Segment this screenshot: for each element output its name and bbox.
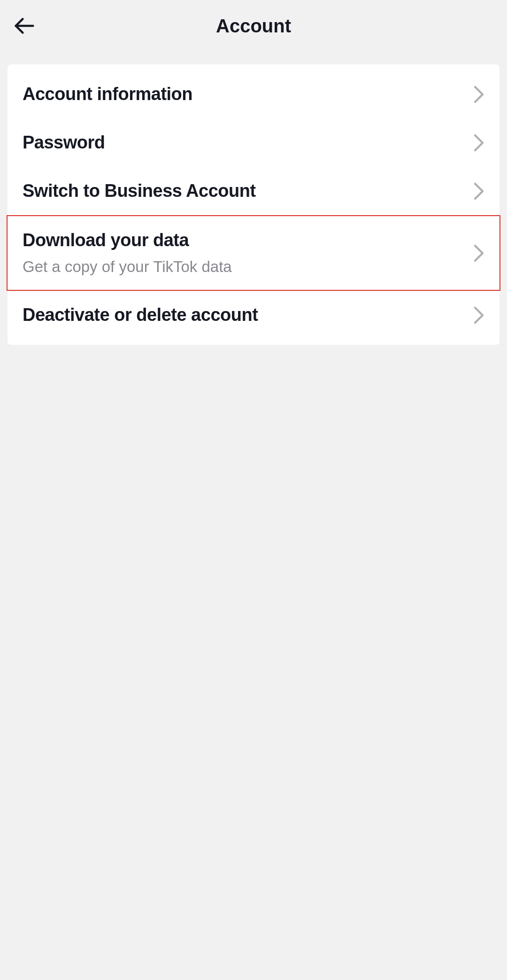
list-item-content: Password [23,132,105,153]
list-item-content: Account information [23,84,192,104]
chevron-right-icon [473,244,484,263]
list-item-title: Switch to Business Account [23,181,256,201]
page-title: Account [14,16,493,37]
settings-card: Account information Password Switch to B… [8,64,499,345]
back-button[interactable] [14,16,35,36]
list-item-content: Switch to Business Account [23,181,256,201]
chevron-right-icon [473,133,484,152]
list-item-title: Password [23,132,105,153]
list-item-title: Download your data [23,230,232,250]
list-item-deactivate-delete[interactable]: Deactivate or delete account [8,291,499,339]
list-item-title: Deactivate or delete account [23,305,258,325]
list-item-subtitle: Get a copy of your TikTok data [23,258,232,276]
list-item-account-information[interactable]: Account information [8,70,499,118]
chevron-right-icon [473,182,484,201]
chevron-right-icon [473,85,484,104]
list-item-switch-business[interactable]: Switch to Business Account [8,167,499,215]
list-item-content: Deactivate or delete account [23,305,258,325]
list-item-password[interactable]: Password [8,118,499,167]
back-arrow-icon [14,16,35,36]
chevron-right-icon [473,306,484,325]
list-item-download-data[interactable]: Download your data Get a copy of your Ti… [7,215,500,291]
list-item-title: Account information [23,84,192,104]
list-item-content: Download your data Get a copy of your Ti… [23,230,232,276]
header: Account [0,0,507,52]
